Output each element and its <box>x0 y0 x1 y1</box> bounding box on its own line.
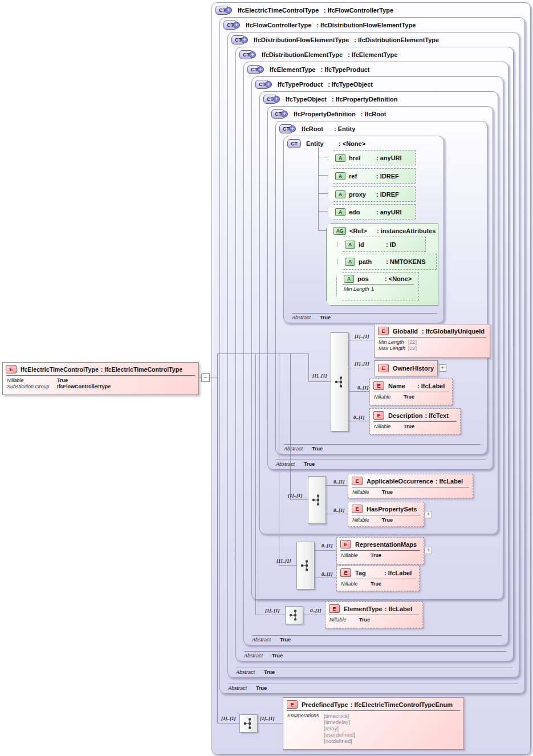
xsd-schema-diagram: CT+IfcElectricTimeControlType: IfcFlowCo… <box>0 0 533 756</box>
cardinality-label: [1]..[1] <box>355 361 369 367</box>
element-type: : IfcLabel <box>436 478 463 485</box>
cardinality-label: [1]..[1] <box>288 493 303 498</box>
property-value: True <box>382 489 393 495</box>
cardinality-label: [1]..[1] <box>355 334 369 339</box>
element-name: RepresentationMaps <box>355 541 417 548</box>
attribute-type: : anyURI <box>376 155 402 161</box>
attribute-group-type: : instanceAttributes <box>377 227 436 234</box>
property-value: True <box>404 394 414 400</box>
property-label: Nillable <box>374 394 404 400</box>
expand-icon[interactable]: + <box>439 364 446 372</box>
sequence-icon <box>296 542 315 590</box>
attribute-name: id <box>359 241 383 248</box>
enumeration-value: [userdefined] <box>324 731 355 738</box>
facet-label: Min Length <box>379 339 408 346</box>
enumeration-value: [timedelay] <box>324 719 355 725</box>
attribute-pos[interactable]: A pos : <None> Min Length 1 <box>336 272 419 300</box>
property-row: Substitution Group IfcFlowControllerType <box>7 384 194 390</box>
enumeration-value: [relay] <box>324 725 355 731</box>
property-label: Nillable <box>341 552 371 559</box>
facet-label: Min Length <box>344 286 371 292</box>
element-tag[interactable]: E Tag : IfcLabel Nillable True <box>336 566 420 591</box>
property-label: Nillable <box>329 617 359 623</box>
enumeration-value: [timeclock] <box>324 713 355 719</box>
element-type: : IfcText <box>425 412 449 419</box>
attribute-type: : <None> <box>385 275 412 282</box>
element-icon: E <box>340 540 351 548</box>
property-row: Nillable True <box>374 394 448 400</box>
element-type: : IfcLabel <box>384 570 412 576</box>
element-name: GlobalId <box>393 328 420 335</box>
property-label: Nillable <box>341 581 371 587</box>
element-icon: E <box>329 604 340 613</box>
attribute-icon: A <box>344 275 354 283</box>
attribute-name: ref <box>349 173 373 180</box>
element-type: : IfcLabel <box>385 605 412 612</box>
property-row: Nillable True <box>329 617 418 623</box>
element-icon: E <box>378 327 389 335</box>
element-elementtype[interactable]: E ElementType : IfcLabel Nillable True <box>325 601 423 628</box>
facet-row: Min Length 1 <box>337 284 418 292</box>
sequence-icon <box>331 332 349 432</box>
attribute-path[interactable]: A path : NMTOKENS <box>337 254 437 270</box>
property-label: Nillable <box>352 489 382 495</box>
attribute-name: href <box>349 155 373 161</box>
attribute-ref[interactable]: A ref : IDREF <box>328 168 416 184</box>
element-applicableoccurrence[interactable]: E ApplicableOccurrence : IfcLabel Nillab… <box>348 474 473 498</box>
element-ownerhistory[interactable]: E OwnerHistory <box>374 360 438 376</box>
attribute-name: pos <box>357 275 381 282</box>
element-icon: E <box>287 700 298 709</box>
cardinality-label: 0..[1] <box>322 543 333 548</box>
sequence-icon <box>285 606 303 624</box>
root-element-name: IfcElectricTimeControlType <box>21 366 99 373</box>
attribute-icon: A <box>335 190 345 198</box>
cardinality-label: 0..[1] <box>357 385 369 391</box>
facet-value: [22] <box>408 346 417 352</box>
attribute-href[interactable]: A href : anyURI <box>328 150 416 165</box>
cardinality-label: 0..[1] <box>333 479 345 485</box>
property-value: True <box>57 377 68 384</box>
expand-icon[interactable]: + <box>425 547 432 554</box>
property-row: Nillable True <box>7 377 194 384</box>
property-value: True <box>371 581 381 587</box>
property-label: Nillable <box>374 424 404 430</box>
facet-value: 1 <box>371 286 374 292</box>
element-predefinedtype[interactable]: E PredefinedType : IfcElectricTimeContro… <box>283 697 464 750</box>
element-icon: E <box>352 477 363 485</box>
cardinality-label: [1]..[1] <box>260 716 275 721</box>
element-description[interactable]: E Description : IfcText Nillable True <box>369 408 461 434</box>
attribute-name: path <box>359 258 383 265</box>
property-row: Nillable True <box>352 489 469 495</box>
attribute-type: : IDREF <box>376 173 399 180</box>
attribute-name: proxy <box>349 191 373 198</box>
attribute-edo[interactable]: A edo : anyURI <box>328 204 416 220</box>
enumerations-label: Enumerations <box>287 713 324 744</box>
attribute-type: : IDREF <box>376 191 399 198</box>
element-haspropertysets[interactable]: E HasPropertySets Nillable True <box>348 502 424 527</box>
sequence-icon <box>239 714 258 733</box>
collapse-toggle-icon[interactable]: − <box>201 373 210 382</box>
property-label: Nillable <box>352 517 382 523</box>
root-element-type: : IfcElectricTimeControlType <box>101 366 182 373</box>
element-type: : IfcLabel <box>417 383 445 389</box>
element-type: : IfcElectricTimeControlTypeEnum <box>351 701 453 708</box>
attribute-name: edo <box>349 209 373 216</box>
attribute-group-name: <Ref> <box>349 227 373 234</box>
property-row: Nillable True <box>352 517 420 523</box>
enumeration-value: [notdefined] <box>324 738 355 744</box>
element-representationmaps[interactable]: E RepresentationMaps Nillable True <box>336 537 424 564</box>
element-icon: E <box>378 364 389 372</box>
attribute-proxy[interactable]: A proxy : IDREF <box>328 186 416 202</box>
attribute-type: : anyURI <box>376 209 402 216</box>
element-name: ElementType <box>344 605 383 612</box>
cardinality-label: 0..[1] <box>353 414 365 420</box>
cardinality-label: 0..[1] <box>322 571 333 577</box>
property-label: Substitution Group <box>7 384 57 390</box>
expand-icon[interactable]: + <box>425 511 432 518</box>
attribute-id[interactable]: A id : ID <box>337 237 426 252</box>
cardinality-label: [1]..[1] <box>221 716 236 721</box>
element-name[interactable]: E Name : IfcLabel Nillable True <box>369 379 453 405</box>
element-globalid[interactable]: E GlobalId : IfcGloballyUniqueId Min Len… <box>374 324 490 358</box>
attribute-icon: A <box>345 258 355 266</box>
root-element-box[interactable]: E IfcElectricTimeControlType : IfcElectr… <box>2 362 199 395</box>
